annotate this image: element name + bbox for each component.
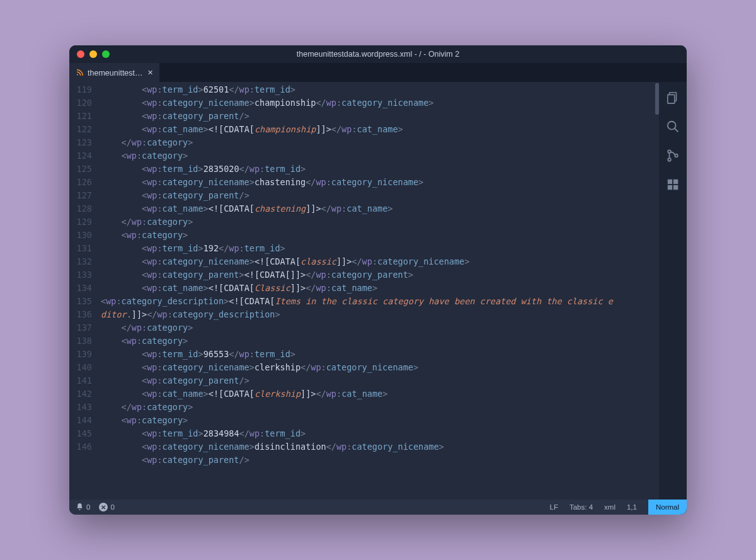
tab-bar: themeunittest… ✕ <box>69 63 687 82</box>
traffic-lights <box>69 50 110 58</box>
error-icon: ✕ <box>99 503 108 511</box>
extensions-icon[interactable] <box>666 178 680 194</box>
tab-label: themeunittest… <box>88 69 143 77</box>
files-icon[interactable] <box>666 91 680 107</box>
editor-area[interactable]: 1191201211221231241251261271281291301311… <box>69 82 659 500</box>
search-icon[interactable] <box>666 120 680 136</box>
window-title: themeunittestdata.wordpress.xml - / - On… <box>297 50 459 59</box>
rss-icon <box>76 68 83 77</box>
bell-icon <box>76 503 84 512</box>
notifications-count: 0 <box>86 503 90 511</box>
close-window-button[interactable] <box>77 50 84 58</box>
editor-tab[interactable]: themeunittest… ✕ <box>69 63 159 82</box>
cursor-position-status[interactable]: 1,1 <box>627 503 637 511</box>
statusbar: 0 ✕ 0 LF Tabs: 4 xml 1,1 Normal <box>69 500 687 515</box>
svg-rect-8 <box>673 180 678 184</box>
svg-rect-7 <box>668 180 672 184</box>
app-window: themeunittestdata.wordpress.xml - / - On… <box>69 45 687 515</box>
svg-rect-10 <box>673 185 678 190</box>
svg-rect-9 <box>668 185 672 190</box>
maximize-window-button[interactable] <box>102 50 110 58</box>
notifications-status[interactable]: 0 <box>76 503 90 512</box>
svg-point-5 <box>668 158 671 161</box>
line-ending-status[interactable]: LF <box>550 503 558 511</box>
editor-mode[interactable]: Normal <box>648 500 687 515</box>
line-number-gutter: 1191201211221231241251261271281291301311… <box>69 82 97 500</box>
errors-count: 0 <box>110 503 114 511</box>
source-control-icon[interactable] <box>666 149 680 165</box>
svg-point-6 <box>675 154 678 157</box>
svg-point-4 <box>668 150 671 153</box>
svg-line-3 <box>675 129 679 132</box>
indent-status[interactable]: Tabs: 4 <box>570 503 593 511</box>
editor-body: 1191201211221231241251261271281291301311… <box>69 82 687 500</box>
activity-bar <box>659 82 687 500</box>
errors-status[interactable]: ✕ 0 <box>99 503 114 511</box>
svg-point-2 <box>668 122 676 130</box>
scrollbar-thumb[interactable] <box>655 83 659 115</box>
language-status[interactable]: xml <box>604 503 616 511</box>
titlebar: themeunittestdata.wordpress.xml - / - On… <box>69 45 687 63</box>
svg-rect-1 <box>668 94 675 103</box>
minimize-window-button[interactable] <box>89 50 97 58</box>
scrollbar[interactable] <box>655 82 659 500</box>
code-content[interactable]: <wp:term_id>62501</wp:term_id> <wp:categ… <box>97 82 655 500</box>
close-tab-icon[interactable]: ✕ <box>147 69 153 77</box>
